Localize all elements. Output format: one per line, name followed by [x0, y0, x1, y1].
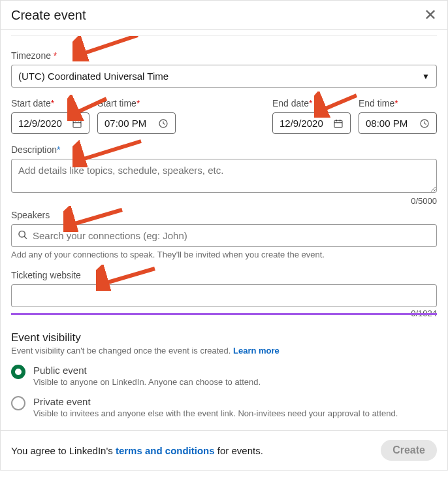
modal-header: Create event ✕ — [1, 1, 447, 30]
modal-title: Create event — [11, 8, 86, 23]
description-counter: 0/5000 — [11, 196, 437, 206]
ticketing-field: Ticketing website 0/1024 — [11, 270, 437, 318]
ticketing-label: Ticketing website — [11, 270, 437, 280]
start-date-field: Start date* 12/9/2020 — [11, 98, 89, 134]
visibility-subtitle: Event visibility can't be changed once t… — [11, 346, 437, 356]
radio-private[interactable] — [11, 396, 25, 410]
speakers-search-input[interactable] — [11, 224, 437, 247]
svg-point-14 — [19, 231, 25, 237]
radio-public[interactable] — [11, 365, 25, 379]
radio-public-label: Public event — [33, 365, 261, 376]
modal-body: Timezone * (UTC) Coordinated Universal T… — [1, 30, 447, 430]
required-asterisk: * — [54, 50, 57, 61]
footer-agreement: You agree to LinkedIn's terms and condit… — [11, 445, 263, 456]
timezone-label: Timezone * — [11, 50, 437, 61]
speakers-helper: Add any of your connections to speak. Th… — [11, 250, 437, 259]
timezone-label-text: Timezone — [11, 50, 51, 61]
start-time-input[interactable]: 07:00 PM — [97, 112, 176, 134]
search-icon — [18, 229, 28, 242]
end-date-field: End date* 12/9/2020 — [272, 98, 351, 134]
start-group: Start date* 12/9/2020 Start time* — [11, 98, 176, 134]
description-textarea[interactable] — [11, 159, 437, 193]
visibility-option-public[interactable]: Public event Visible to anyone on Linked… — [11, 365, 437, 387]
visibility-learn-more-link[interactable]: Learn more — [233, 346, 280, 356]
visibility-option-private[interactable]: Private event Visible to invitees and an… — [11, 396, 437, 418]
end-time-value: 08:00 PM — [366, 118, 408, 129]
start-time-value: 07:00 PM — [104, 118, 146, 129]
svg-rect-0 — [73, 120, 81, 127]
end-time-field: End time* 08:00 PM — [359, 98, 437, 134]
create-event-modal: Create event ✕ Timezone * (UTC) Coordina… — [0, 0, 448, 471]
timezone-value: (UTC) Coordinated Universal Time — [18, 71, 168, 82]
start-date-value: 12/9/2020 — [18, 118, 62, 129]
speakers-label: Speakers — [11, 210, 437, 220]
start-date-label: Start date* — [11, 98, 89, 108]
terms-link[interactable]: terms and conditions — [116, 445, 215, 456]
end-time-input[interactable]: 08:00 PM — [359, 112, 437, 134]
timezone-select[interactable]: (UTC) Coordinated Universal Time ▼ — [11, 65, 437, 88]
clock-icon — [419, 118, 430, 129]
close-icon[interactable]: ✕ — [424, 7, 437, 23]
radio-private-label: Private event — [33, 396, 398, 407]
speakers-field: Speakers Add any of your connections to … — [11, 210, 437, 259]
description-field: Description* 0/5000 — [11, 144, 437, 206]
radio-public-desc: Visible to anyone on LinkedIn. Anyone ca… — [33, 377, 261, 387]
form-scroll-area[interactable]: Timezone * (UTC) Coordinated Universal T… — [11, 35, 437, 427]
chevron-down-icon: ▼ — [422, 72, 430, 81]
calendar-icon — [72, 118, 82, 129]
visibility-title: Event visibility — [11, 331, 437, 344]
modal-footer: You agree to LinkedIn's terms and condit… — [1, 430, 447, 470]
start-time-field: Start time* 07:00 PM — [97, 98, 176, 134]
svg-line-15 — [24, 236, 27, 239]
svg-line-6 — [163, 124, 165, 124]
end-date-label: End date* — [272, 98, 351, 108]
radio-private-desc: Visible to invitees and anyone else with… — [33, 408, 398, 418]
calendar-icon — [333, 118, 344, 129]
end-group: End date* 12/9/2020 End time* — [272, 98, 437, 134]
timezone-field: Timezone * (UTC) Coordinated Universal T… — [11, 50, 437, 88]
end-date-value: 12/9/2020 — [280, 118, 323, 129]
start-date-input[interactable]: 12/9/2020 — [11, 112, 89, 134]
ticketing-input[interactable] — [11, 284, 437, 307]
description-label: Description* — [11, 144, 437, 155]
svg-line-13 — [424, 124, 426, 124]
start-time-label: Start time* — [97, 98, 176, 108]
end-date-input[interactable]: 12/9/2020 — [272, 112, 351, 134]
end-time-label: End time* — [359, 98, 437, 108]
ticketing-counter: 0/1024 — [11, 308, 437, 318]
clock-icon — [158, 118, 168, 129]
create-button[interactable]: Create — [381, 440, 437, 461]
datetime-row: Start date* 12/9/2020 Start time* — [11, 98, 437, 134]
svg-rect-7 — [334, 120, 342, 127]
speakers-search-wrap — [11, 224, 437, 247]
